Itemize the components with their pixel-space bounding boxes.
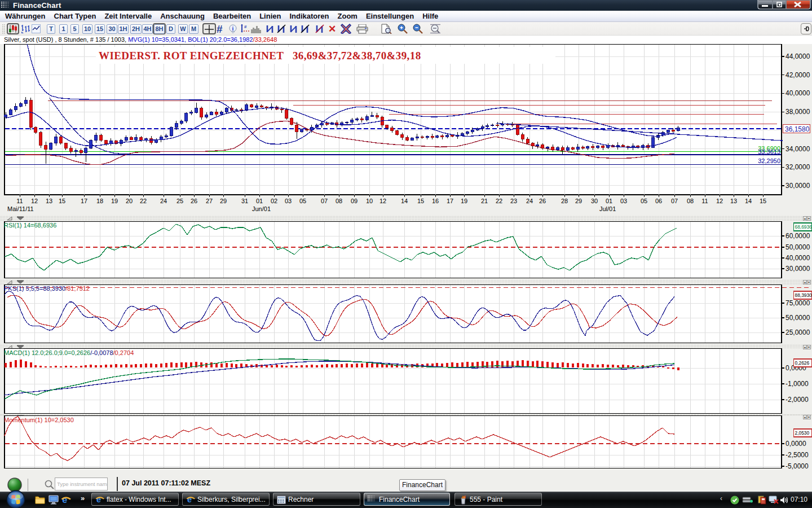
svg-text:25: 25	[176, 198, 183, 204]
svg-text:-2,0000: -2,0000	[785, 396, 809, 404]
svg-text:50,0000: 50,0000	[785, 314, 810, 322]
svg-text:26: 26	[539, 198, 546, 204]
svg-text:21: 21	[481, 198, 488, 204]
svg-text:26: 26	[191, 198, 197, 204]
svg-text:03: 03	[620, 198, 627, 204]
svg-text:30,0000: 30,0000	[785, 265, 810, 273]
svg-text:36,1580: 36,1580	[785, 125, 810, 133]
svg-text:60,0000: 60,0000	[785, 232, 810, 240]
svg-text:88,3930: 88,3930	[795, 292, 812, 298]
svg-text:19: 19	[461, 198, 467, 204]
svg-text:42,0000: 42,0000	[785, 71, 810, 79]
svg-text:05: 05	[641, 198, 647, 204]
svg-text:17: 17	[447, 198, 453, 204]
svg-text:10: 10	[366, 198, 373, 204]
svg-text:07: 07	[321, 198, 328, 204]
svg-text:22: 22	[140, 198, 147, 204]
svg-text:07: 07	[671, 198, 678, 204]
svg-text:01: 01	[256, 198, 263, 204]
svg-text:08: 08	[687, 198, 694, 204]
svg-text:38,0000: 38,0000	[785, 108, 810, 116]
svg-text:11: 11	[701, 198, 708, 204]
svg-text:34,0000: 34,0000	[785, 145, 810, 153]
svg-text:-1,0000: -1,0000	[785, 380, 809, 388]
svg-text:40,0000: 40,0000	[785, 254, 810, 262]
svg-text:03: 03	[285, 198, 292, 204]
svg-text:2,0530: 2,0530	[795, 430, 810, 436]
svg-text:i: i	[232, 25, 234, 32]
svg-text:PKS(1) 5;5;5=88,3930/81,7512: PKS(1) 5;5;5=88,3930/81,7512	[4, 285, 90, 292]
svg-text:01: 01	[606, 198, 612, 204]
svg-text:13: 13	[730, 198, 737, 204]
svg-text:MACD(1) 12.0;26.0;9.0=0,2626/-: MACD(1) 12.0;26.0;9.0=0,2626/-0,0078/0,2…	[4, 349, 134, 356]
svg-text:27: 27	[206, 198, 213, 204]
svg-text:#: #	[244, 24, 247, 29]
svg-text:15: 15	[760, 198, 766, 204]
svg-text:14: 14	[745, 198, 752, 204]
svg-text:13: 13	[46, 198, 52, 204]
svg-text:25,0000: 25,0000	[785, 329, 810, 336]
svg-text:WIEDERST. ROT EINGEZEICHNET: WIEDERST. ROT EINGEZEICHNET 36,69&37,72&…	[99, 50, 421, 62]
svg-text:32,2950: 32,2950	[758, 157, 780, 164]
svg-text:Jun/01: Jun/01	[252, 205, 271, 212]
svg-text:50,0000: 50,0000	[785, 243, 810, 251]
svg-text:05: 05	[299, 198, 306, 204]
svg-text:18: 18	[96, 198, 103, 204]
svg-text:0,0000: 0,0000	[785, 440, 806, 448]
svg-text:12: 12	[716, 198, 723, 204]
svg-text:33,3613: 33,3613	[758, 148, 780, 155]
svg-text:32,0000: 32,0000	[785, 163, 810, 171]
svg-text:15: 15	[417, 198, 424, 204]
svg-text:30,0000: 30,0000	[785, 182, 810, 190]
svg-text:09: 09	[351, 198, 358, 204]
svg-text:23: 23	[510, 198, 517, 204]
svg-text:44,0000: 44,0000	[785, 52, 810, 60]
svg-text:08: 08	[336, 198, 342, 204]
svg-text:e: e	[96, 495, 101, 504]
svg-text:-2,5000: -2,5000	[785, 451, 809, 459]
svg-text:40,0000: 40,0000	[785, 89, 810, 97]
svg-text:15: 15	[59, 198, 65, 204]
svg-text:06: 06	[655, 198, 662, 204]
svg-text:75,0000: 75,0000	[785, 299, 810, 307]
svg-text:e: e	[62, 495, 67, 505]
svg-text:28: 28	[561, 198, 568, 204]
svg-text:24: 24	[160, 198, 167, 204]
svg-text:Mai/11/11: Mai/11/11	[7, 205, 34, 212]
svg-text:12: 12	[31, 198, 38, 204]
svg-text:68,6936: 68,6936	[795, 224, 812, 230]
svg-text:22: 22	[496, 198, 502, 204]
svg-text:Jul/01: Jul/01	[599, 205, 616, 212]
svg-text:14: 14	[401, 198, 408, 204]
svg-text:17: 17	[81, 198, 87, 204]
svg-text:31: 31	[241, 198, 248, 204]
svg-text:-5,0000: -5,0000	[785, 462, 809, 470]
svg-text:e: e	[187, 495, 192, 504]
svg-text:0,2626: 0,2626	[795, 360, 810, 366]
svg-text:16: 16	[432, 198, 439, 204]
svg-text:19: 19	[111, 198, 118, 204]
svg-text:12: 12	[379, 198, 386, 204]
svg-text:20: 20	[126, 198, 133, 204]
svg-text:11: 11	[16, 198, 23, 204]
svg-text:Momentum(1) 10=2,0530: Momentum(1) 10=2,0530	[4, 417, 74, 423]
svg-text:30: 30	[591, 198, 598, 204]
svg-text:29: 29	[575, 198, 582, 204]
svg-text:02: 02	[271, 198, 277, 204]
svg-text:RSI(1) 14=68,6936: RSI(1) 14=68,6936	[4, 222, 56, 229]
svg-text:24: 24	[526, 198, 533, 204]
svg-text:29: 29	[220, 198, 227, 204]
